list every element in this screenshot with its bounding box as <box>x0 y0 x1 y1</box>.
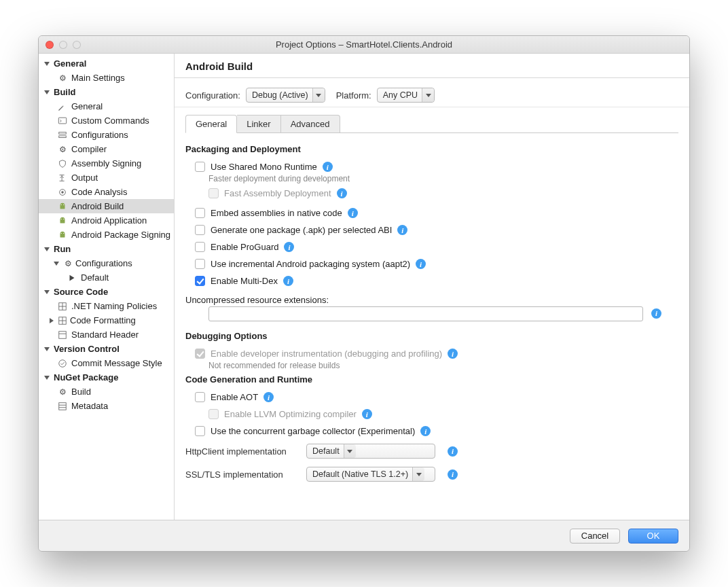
checkbox[interactable] <box>195 225 205 235</box>
tree-group-general[interactable]: General <box>39 56 174 71</box>
option-label: Enable ProGuard <box>211 242 278 252</box>
sidebar-item-label: Main Settings <box>71 73 125 83</box>
option-fast-assembly[interactable]: Fast Assembly Deployment <box>185 185 678 202</box>
tree-group-version-control[interactable]: Version Control <box>39 342 174 356</box>
svg-point-6 <box>63 204 64 204</box>
tab-label: Linker <box>247 119 270 129</box>
section-codegen: Code Generation and Runtime <box>185 374 678 385</box>
sidebar-item-run-configurations[interactable]: ⚙ Configurations <box>39 256 174 270</box>
android-icon <box>58 202 67 211</box>
cancel-button[interactable]: Cancel <box>570 529 620 544</box>
hint-developer-instrumentation: Not recommended for release builds <box>185 361 678 370</box>
row-httpclient: HttpClient implementation Default <box>185 440 678 463</box>
sidebar-item-android-build[interactable]: Android Build <box>39 199 174 213</box>
sidebar-item-commit-message-style[interactable]: Commit Message Style <box>39 356 174 370</box>
platform-select[interactable]: Any CPU <box>377 88 435 103</box>
checkbox[interactable] <box>195 276 205 286</box>
configuration-label: Configuration: <box>185 90 240 101</box>
sidebar-item-android-application[interactable]: Android Application <box>39 213 174 228</box>
info-icon[interactable] <box>448 446 458 457</box>
sidebar-item-net-naming-policies[interactable]: .NET Naming Policies <box>39 299 174 313</box>
checkbox[interactable] <box>195 392 205 402</box>
sidebar-item-main-settings[interactable]: ⚙ Main Settings <box>39 71 174 85</box>
sidebar-item-output[interactable]: Output <box>39 171 174 185</box>
checkbox[interactable] <box>195 242 205 252</box>
checkbox[interactable] <box>195 259 205 269</box>
sidebar-tree[interactable]: General ⚙ Main Settings Build General <box>39 54 175 520</box>
ok-button[interactable]: OK <box>628 529 678 544</box>
option-enable-llvm[interactable]: Enable LLVM Optimizing compiler <box>185 406 678 423</box>
tree-group-build[interactable]: Build <box>39 85 174 99</box>
info-icon[interactable] <box>283 276 293 286</box>
minimize-window-icon[interactable] <box>59 41 67 49</box>
tab-advanced[interactable]: Advanced <box>281 115 340 133</box>
grid-icon <box>58 330 67 340</box>
option-shared-mono[interactable]: Use Shared Mono Runtime <box>185 158 678 175</box>
info-icon[interactable] <box>284 242 294 252</box>
sidebar-item-compiler[interactable]: ⚙ Compiler <box>39 142 174 156</box>
gear-icon: ⚙ <box>63 259 73 268</box>
checkbox[interactable] <box>195 162 205 172</box>
info-icon[interactable] <box>397 225 407 235</box>
disclosure-icon <box>44 347 50 351</box>
svg-rect-13 <box>59 331 67 338</box>
sidebar-item-nuget-metadata[interactable]: Metadata <box>39 399 174 413</box>
option-enable-proguard[interactable]: Enable ProGuard <box>185 238 678 255</box>
android-icon <box>58 216 67 226</box>
info-icon[interactable] <box>448 469 458 480</box>
tree-group-label: General <box>54 58 86 69</box>
svg-point-9 <box>61 232 62 233</box>
info-icon[interactable] <box>337 188 347 198</box>
terminal-icon <box>58 116 67 126</box>
close-window-icon[interactable] <box>46 41 54 49</box>
sidebar-item-assembly-signing[interactable]: Assembly Signing <box>39 156 174 171</box>
checkbox[interactable] <box>195 426 205 436</box>
tree-group-source-code[interactable]: Source Code <box>39 285 174 299</box>
maximize-window-icon[interactable] <box>73 41 81 49</box>
sidebar-item-android-package-signing[interactable]: Android Package Signing <box>39 228 174 242</box>
checkbox <box>208 409 219 419</box>
option-enable-aot[interactable]: Enable AOT <box>185 389 678 406</box>
main-header: Android Build <box>175 54 689 78</box>
sidebar-item-configurations[interactable]: Configurations <box>39 128 174 142</box>
uncompressed-input[interactable] <box>208 306 643 321</box>
ssltls-select[interactable]: Default (Native TLS 1.2+) <box>306 467 435 482</box>
option-label: Fast Assembly Deployment <box>224 188 331 198</box>
tab-linker[interactable]: Linker <box>237 115 280 133</box>
info-icon[interactable] <box>416 259 426 269</box>
sidebar-item-code-formatting[interactable]: Code Formatting <box>39 313 174 327</box>
sidebar-item-build-general[interactable]: General <box>39 99 174 113</box>
titlebar: Project Options – SmartHotel.Clients.And… <box>39 36 689 54</box>
tree-group-nuget[interactable]: NuGet Package <box>39 370 174 385</box>
info-icon[interactable] <box>362 409 372 419</box>
sidebar-item-code-analysis[interactable]: Code Analysis <box>39 185 174 199</box>
sidebar-item-label: Default <box>81 272 109 283</box>
svg-rect-2 <box>59 135 67 137</box>
option-enable-multidex[interactable]: Enable Multi-Dex <box>185 272 678 289</box>
sidebar-item-label: Build <box>71 387 91 397</box>
option-aapt2[interactable]: Use incremental Android packaging system… <box>185 255 678 272</box>
sidebar-item-standard-header[interactable]: Standard Header <box>39 327 174 342</box>
checkbox[interactable] <box>195 208 205 218</box>
httpclient-select[interactable]: Default <box>306 444 435 459</box>
option-embed-assemblies[interactable]: Embed assemblies in native code <box>185 204 678 221</box>
sidebar-item-nuget-build[interactable]: ⚙ Build <box>39 385 174 399</box>
httpclient-label: HttpClient implementation <box>185 446 294 457</box>
tab-general[interactable]: General <box>185 115 237 133</box>
info-icon[interactable] <box>263 392 274 402</box>
sidebar-item-default-config[interactable]: Default <box>39 270 174 285</box>
configuration-row: Configuration: Debug (Active) Platform: … <box>175 78 689 107</box>
info-icon[interactable] <box>323 162 333 172</box>
platform-label: Platform: <box>336 90 371 101</box>
select-value: Default <box>312 446 340 456</box>
info-icon[interactable] <box>420 426 431 436</box>
disclosure-icon <box>54 262 59 266</box>
info-icon[interactable] <box>448 349 458 359</box>
sidebar-item-custom-commands[interactable]: Custom Commands <box>39 113 174 128</box>
option-concurrent-gc[interactable]: Use the concurrent garbage collector (Ex… <box>185 423 678 440</box>
configuration-select[interactable]: Debug (Active) <box>246 88 325 103</box>
info-icon[interactable] <box>348 208 358 218</box>
tree-group-run[interactable]: Run <box>39 242 174 256</box>
option-one-apk-per-abi[interactable]: Generate one package (.apk) per selected… <box>185 221 678 238</box>
info-icon[interactable] <box>651 308 661 319</box>
